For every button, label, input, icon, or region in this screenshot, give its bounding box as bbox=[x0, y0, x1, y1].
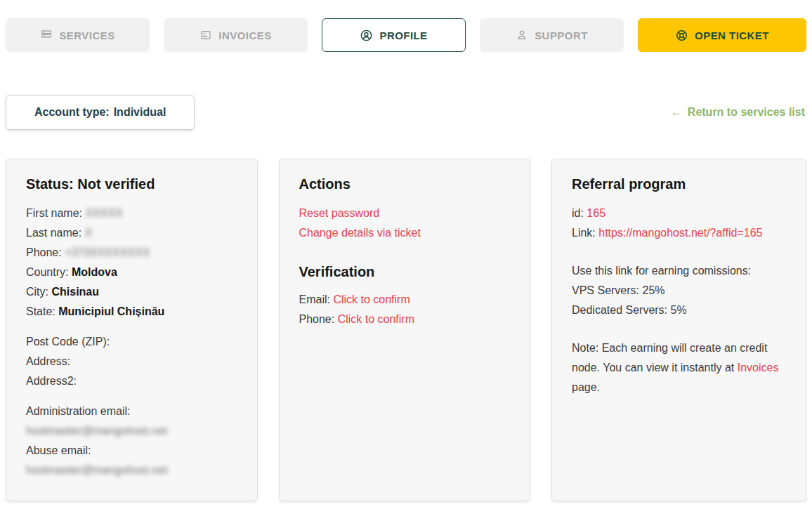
referral-note: Note: Each earning will create an credit… bbox=[572, 338, 786, 397]
account-row: Account type: Individual ← Return to ser… bbox=[6, 95, 806, 130]
first-name-label: First name: bbox=[26, 207, 82, 219]
lifebuoy-icon bbox=[675, 29, 688, 42]
actions-card-title: Actions bbox=[299, 176, 511, 192]
server-icon bbox=[40, 29, 53, 41]
verification-title: Verification bbox=[299, 264, 511, 280]
email-verification-label: Email: bbox=[299, 293, 330, 305]
state-row: State: Municipiul Chișinău bbox=[26, 302, 237, 322]
referral-card-title: Referral program bbox=[572, 176, 786, 192]
support-person-icon bbox=[516, 29, 528, 41]
profile-page: SERVICES INVOICES bbox=[0, 0, 812, 509]
actions-card: Actions Reset password Change details vi… bbox=[279, 159, 531, 501]
state-label: State: bbox=[26, 305, 55, 317]
status-card-title: Status: Not verified bbox=[26, 176, 237, 192]
admin-email-value: hostmaster@mangohost.net bbox=[26, 421, 237, 441]
city-row: City: Chisinau bbox=[26, 282, 237, 302]
account-type-value: Individual bbox=[114, 106, 166, 119]
open-ticket-label: OPEN TICKET bbox=[695, 29, 769, 41]
address-row: Address: bbox=[26, 352, 237, 371]
first-name-row: First name: XXXXX bbox=[26, 204, 237, 223]
abuse-email-value: hostmaster@mangohost.net bbox=[26, 461, 237, 480]
last-name-value: X bbox=[85, 223, 93, 243]
email-confirm-link[interactable]: Click to confirm bbox=[333, 293, 410, 305]
admin-email-label: Administration email: bbox=[26, 402, 237, 421]
status-card: Status: Not verified First name: XXXXX L… bbox=[6, 159, 258, 501]
referral-id-row: id: 165 bbox=[572, 204, 786, 223]
phone-confirm-link[interactable]: Click to confirm bbox=[338, 313, 414, 325]
open-ticket-button[interactable]: OPEN TICKET bbox=[638, 18, 806, 52]
tab-profile[interactable]: PROFILE bbox=[322, 18, 466, 52]
account-type-box: Account type: Individual bbox=[6, 95, 195, 130]
vps-commission: VPS Servers: 25% bbox=[572, 281, 786, 300]
account-type-label: Account type: bbox=[34, 106, 110, 119]
tab-support[interactable]: SUPPORT bbox=[480, 18, 624, 52]
dedicated-commission: Dedicated Servers: 5% bbox=[572, 300, 786, 320]
tab-label: SUPPORT bbox=[535, 29, 588, 41]
phone-verification-row: Phone: Click to confirm bbox=[299, 310, 511, 329]
tab-label: PROFILE bbox=[379, 29, 427, 41]
last-name-row: Last name: X bbox=[26, 223, 237, 243]
commissions-intro: Use this link for earning comissions: bbox=[572, 261, 786, 281]
change-details-link[interactable]: Change details via ticket bbox=[299, 227, 421, 239]
reset-password-link[interactable]: Reset password bbox=[299, 207, 380, 219]
tab-invoices[interactable]: INVOICES bbox=[164, 18, 308, 52]
email-verification-row: Email: Click to confirm bbox=[299, 290, 511, 310]
country-value: Moldova bbox=[72, 266, 117, 278]
referral-id-label: id: bbox=[572, 207, 584, 219]
referral-link-label: Link: bbox=[572, 227, 596, 239]
referral-link-url[interactable]: https://mangohost.net/?affid=165 bbox=[598, 227, 762, 239]
state-value: Municipiul Chișinău bbox=[58, 305, 164, 317]
first-name-value: XXXXX bbox=[85, 204, 122, 223]
last-name-label: Last name: bbox=[26, 227, 81, 239]
return-to-services-link[interactable]: ← Return to services list bbox=[671, 106, 806, 119]
referral-link-row: Link: https://mangohost.net/?affid=165 bbox=[572, 223, 786, 243]
referral-card: Referral program id: 165 Link: https://m… bbox=[551, 159, 806, 501]
cards-row: Status: Not verified First name: XXXXX L… bbox=[6, 159, 806, 501]
country-label: Country: bbox=[26, 266, 68, 278]
referral-id-value: 165 bbox=[587, 207, 605, 219]
phone-value: +373XXXXXXXX bbox=[65, 243, 150, 263]
abuse-email-label: Abuse email: bbox=[26, 441, 237, 461]
return-link-label: Return to services list bbox=[688, 106, 805, 119]
postcode-row: Post Code (ZIP): bbox=[26, 332, 237, 352]
phone-label: Phone: bbox=[26, 246, 62, 258]
left-arrow-icon: ← bbox=[671, 106, 682, 119]
top-nav: SERVICES INVOICES bbox=[6, 0, 806, 52]
country-row: Country: Moldova bbox=[26, 263, 237, 282]
note-text-after: page. bbox=[572, 381, 600, 393]
city-label: City: bbox=[26, 286, 48, 298]
city-value: Chisinau bbox=[51, 286, 99, 298]
user-icon bbox=[360, 29, 373, 42]
tab-services[interactable]: SERVICES bbox=[6, 18, 150, 52]
phone-row: Phone: +373XXXXXXXX bbox=[26, 243, 237, 263]
address2-row: Address2: bbox=[26, 371, 237, 391]
invoices-link[interactable]: Invoices bbox=[738, 362, 779, 374]
phone-verification-label: Phone: bbox=[299, 313, 335, 325]
invoice-icon bbox=[199, 29, 212, 41]
tab-label: SERVICES bbox=[59, 29, 114, 41]
tab-label: INVOICES bbox=[218, 29, 271, 41]
